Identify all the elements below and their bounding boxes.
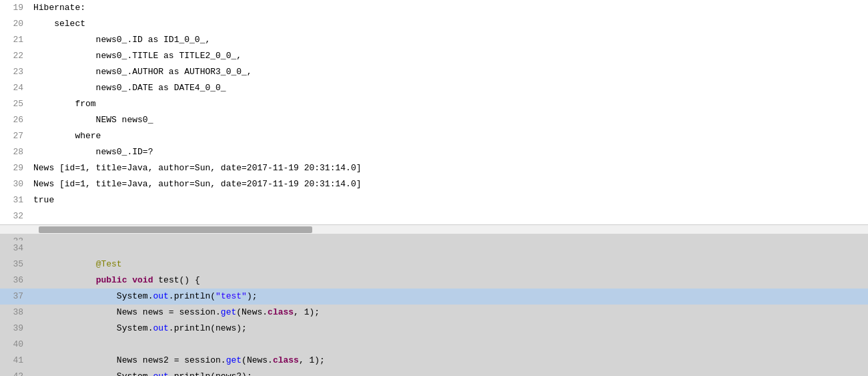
code-line-34: 34 @Test — [0, 240, 868, 256]
editor-container: 19 Hibernate: 20 select 21 news0_.ID as … — [0, 0, 868, 376]
line-content-23: news0_.AUTHOR as AUTHOR3_0_0_, — [30, 64, 252, 80]
line-content-26: NEWS news0_ — [30, 112, 153, 128]
console-line-24: 24 news0_.DATE as DATE4_0_0_ — [0, 80, 868, 96]
code-section: 33 34 @Test 35 public void test() { 36 S… — [0, 234, 868, 376]
line-number-38: 38 — [0, 305, 30, 321]
line-number-32: 32 — [0, 208, 30, 224]
console-line-26: 26 NEWS news0_ — [0, 112, 868, 128]
line-content-21: news0_.ID as ID1_0_0_, — [30, 32, 210, 48]
line-content-31: true — [30, 192, 54, 208]
console-line-28: 28 news0_.ID=? — [0, 144, 868, 160]
line-number-31: 31 — [0, 192, 30, 208]
console-line-27: 27 where — [0, 128, 868, 144]
line-number-28: 28 — [0, 144, 30, 160]
line-number-30: 30 — [0, 176, 30, 192]
code-line-41: 41 System.out.println(news2); — [0, 353, 868, 369]
console-line-20: 20 select — [0, 16, 868, 32]
line-content-29: News [id=1, title=Java, author=Sun, date… — [30, 160, 361, 176]
line-content-24: news0_.DATE as DATE4_0_0_ — [30, 80, 226, 96]
line-number-20: 20 — [0, 16, 30, 32]
line-number-25: 25 — [0, 96, 30, 112]
line-number-41: 41 — [0, 353, 30, 369]
scrollbar-thumb[interactable] — [39, 226, 312, 233]
line-number-23: 23 — [0, 64, 30, 80]
line-number-35: 35 — [0, 256, 30, 272]
line-number-24: 24 — [0, 80, 30, 96]
line-number-40: 40 — [0, 337, 30, 353]
console-line-22: 22 news0_.TITLE as TITLE2_0_0_, — [0, 48, 868, 64]
line-content-20: select — [30, 16, 85, 32]
line-content-25: from — [30, 96, 96, 112]
code-line-40: 40 News news2 = session.get(News.class, … — [0, 337, 868, 353]
console-line-33: 33 — [0, 234, 868, 240]
line-content-27: where — [30, 128, 101, 144]
line-number-27: 27 — [0, 128, 30, 144]
line-number-22: 22 — [0, 48, 30, 64]
line-content-28: news0_.ID=? — [30, 144, 153, 160]
console-line-31: 31 true — [0, 192, 868, 208]
code-line-36: 36 System.out.println("test"); — [0, 272, 868, 289]
line-content-22: news0_.TITLE as TITLE2_0_0_, — [30, 48, 242, 64]
line-content-42: System.out.println(news==news2); — [30, 369, 284, 376]
line-number-39: 39 — [0, 321, 30, 337]
line-number-42: 42 — [0, 369, 30, 376]
line-number-37: 37 — [0, 289, 30, 305]
code-line-42: 42 System.out.println(news==news2); — [0, 369, 868, 376]
line-number-19: 19 — [0, 0, 30, 16]
console-line-21: 21 news0_.ID as ID1_0_0_, — [0, 32, 868, 48]
line-content-30: News [id=1, title=Java, author=Sun, date… — [30, 176, 361, 192]
line-number-26: 26 — [0, 112, 30, 128]
horizontal-scrollbar[interactable] — [0, 224, 868, 234]
console-line-23: 23 news0_.AUTHOR as AUTHOR3_0_0_, — [0, 64, 868, 80]
console-section: 19 Hibernate: 20 select 21 news0_.ID as … — [0, 0, 868, 234]
console-line-30: 30 News [id=1, title=Java, author=Sun, d… — [0, 176, 868, 192]
line-number-36: 36 — [0, 272, 30, 289]
console-line-32: 32 — [0, 208, 868, 224]
console-line-19: 19 Hibernate: — [0, 0, 868, 16]
line-number-34: 34 — [0, 240, 30, 256]
line-content-19: Hibernate: — [30, 0, 85, 16]
code-line-35: 35 public void test() { — [0, 256, 868, 272]
code-line-38: 38 System.out.println(news); — [0, 305, 868, 321]
line-number-29: 29 — [0, 160, 30, 176]
console-line-25: 25 from — [0, 96, 868, 112]
code-line-37: 37 News news = session.get(News.class, 1… — [0, 289, 868, 305]
console-line-29: 29 News [id=1, title=Java, author=Sun, d… — [0, 160, 868, 176]
line-number-21: 21 — [0, 32, 30, 48]
